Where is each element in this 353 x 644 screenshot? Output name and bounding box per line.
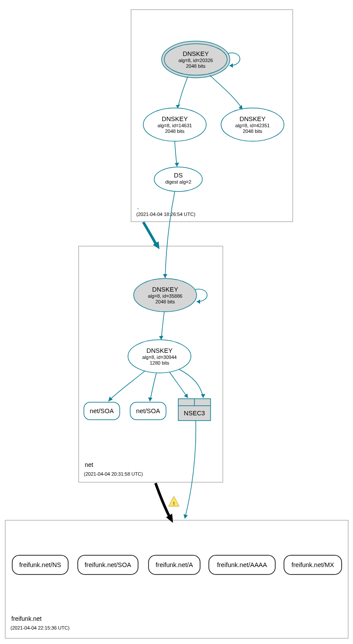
svg-marker-40 bbox=[108, 397, 113, 401]
svg-text:DNSKEY: DNSKEY bbox=[162, 115, 188, 122]
svg-text:DNSKEY: DNSKEY bbox=[146, 347, 173, 354]
svg-text:net/SOA: net/SOA bbox=[136, 407, 160, 414]
zone-root-timestamp: (2021-04-04 18:26:54 UTC) bbox=[136, 212, 195, 217]
node-freifunk-soa: freifunk.net/SOA bbox=[78, 555, 138, 574]
svg-text:2048 bits: 2048 bits bbox=[243, 129, 263, 134]
svg-marker-41 bbox=[148, 397, 152, 401]
node-root-zsk1: DNSKEY alg=8, id=14631 2048 bits bbox=[143, 108, 206, 141]
zone-freifunk-box bbox=[5, 520, 348, 638]
svg-marker-5 bbox=[229, 63, 233, 68]
node-root-ksk: DNSKEY alg=8, id=20326 2048 bits bbox=[162, 41, 230, 78]
svg-text:alg=8, id=14631: alg=8, id=14631 bbox=[158, 123, 192, 128]
svg-marker-17 bbox=[176, 104, 180, 108]
node-net-soa2: net/SOA bbox=[130, 402, 166, 420]
svg-text:freifunk.net/SOA: freifunk.net/SOA bbox=[85, 561, 132, 568]
svg-marker-31 bbox=[159, 336, 163, 340]
zone-root-name: . bbox=[137, 203, 139, 210]
svg-text:DNSKEY: DNSKEY bbox=[183, 50, 209, 57]
zone-net-timestamp: (2021-04-04 20:31:58 UTC) bbox=[84, 471, 143, 477]
node-nsec3: NSEC3 bbox=[178, 399, 211, 421]
node-net-zsk: DNSKEY alg=8, id=30944 1280 bits bbox=[128, 340, 191, 373]
dnssec-diagram: . (2021-04-04 18:26:54 UTC) net (2021-04… bbox=[0, 0, 353, 644]
svg-text:DNSKEY: DNSKEY bbox=[239, 115, 266, 122]
svg-marker-19 bbox=[175, 163, 179, 167]
node-root-ds: DS digest alg=2 bbox=[154, 167, 202, 191]
node-freifunk-mx: freifunk.net/MX bbox=[284, 555, 342, 574]
svg-marker-43 bbox=[201, 394, 205, 398]
svg-text:DS: DS bbox=[174, 172, 183, 179]
svg-text:2048 bits: 2048 bits bbox=[186, 63, 206, 69]
svg-text:alg=8, id=30944: alg=8, id=30944 bbox=[142, 355, 177, 360]
svg-marker-21 bbox=[163, 274, 167, 278]
svg-text:alg=8, id=42351: alg=8, id=42351 bbox=[235, 123, 270, 128]
svg-marker-26 bbox=[197, 299, 200, 304]
zone-freifunk-timestamp: (2021-04-04 22:15:36 UTC) bbox=[10, 625, 69, 630]
svg-text:DNSKEY: DNSKEY bbox=[152, 286, 178, 293]
zone-net-name: net bbox=[85, 461, 93, 468]
svg-text:2048 bits: 2048 bits bbox=[165, 129, 185, 134]
svg-text:1280 bits: 1280 bits bbox=[150, 360, 170, 366]
svg-text:!: ! bbox=[173, 501, 175, 506]
zone-freifunk-name: freifunk.net bbox=[11, 615, 42, 622]
svg-text:freifunk.net/NS: freifunk.net/NS bbox=[19, 561, 61, 568]
svg-marker-42 bbox=[184, 393, 188, 398]
node-net-ksk: DNSKEY alg=8, id=35886 2048 bits bbox=[134, 278, 197, 312]
node-freifunk-ns: freifunk.net/NS bbox=[12, 555, 68, 574]
warning-icon: ! bbox=[169, 496, 179, 506]
svg-text:alg=8, id=35886: alg=8, id=35886 bbox=[148, 293, 183, 299]
svg-text:alg=8, id=20326: alg=8, id=20326 bbox=[179, 58, 213, 63]
svg-text:digest alg=2: digest alg=2 bbox=[165, 179, 191, 184]
node-net-soa1: net/SOA bbox=[84, 402, 120, 420]
svg-marker-47 bbox=[183, 514, 188, 519]
svg-text:NSEC3: NSEC3 bbox=[184, 410, 205, 417]
node-root-zsk2: DNSKEY alg=8, id=42351 2048 bits bbox=[221, 108, 284, 141]
svg-text:freifunk.net/MX: freifunk.net/MX bbox=[291, 561, 334, 568]
svg-text:2048 bits: 2048 bits bbox=[156, 299, 175, 304]
svg-text:net/SOA: net/SOA bbox=[90, 407, 114, 414]
svg-marker-18 bbox=[239, 105, 242, 109]
svg-text:freifunk.net/A: freifunk.net/A bbox=[156, 561, 193, 568]
svg-text:freifunk.net/AAAA: freifunk.net/AAAA bbox=[217, 561, 267, 568]
node-freifunk-aaaa: freifunk.net/AAAA bbox=[209, 555, 275, 574]
node-freifunk-a: freifunk.net/A bbox=[149, 555, 200, 574]
